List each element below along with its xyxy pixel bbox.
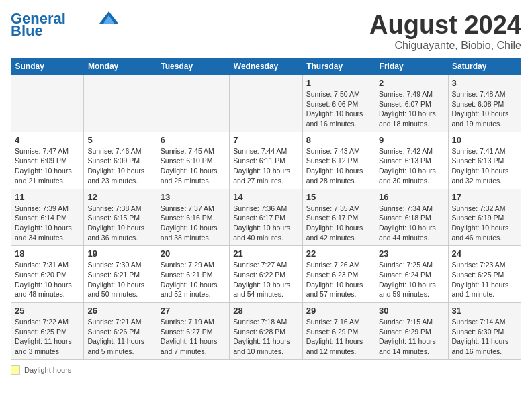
calendar-header-row: SundayMondayTuesdayWednesdayThursdayFrid… <box>11 58 521 75</box>
legend-box <box>11 365 20 375</box>
calendar-cell: 2Sunrise: 7:49 AM Sunset: 6:07 PM Daylig… <box>375 75 448 132</box>
calendar-cell: 14Sunrise: 7:36 AM Sunset: 6:17 PM Dayli… <box>230 189 302 246</box>
calendar-cell: 28Sunrise: 7:18 AM Sunset: 6:28 PM Dayli… <box>230 303 302 360</box>
day-number: 29 <box>306 306 371 316</box>
day-number: 3 <box>452 78 517 88</box>
day-number: 28 <box>233 306 298 316</box>
calendar-cell: 1Sunrise: 7:50 AM Sunset: 6:06 PM Daylig… <box>302 75 375 132</box>
day-info: Sunrise: 7:14 AM Sunset: 6:30 PM Dayligh… <box>452 317 517 357</box>
day-info: Sunrise: 7:34 AM Sunset: 6:18 PM Dayligh… <box>379 203 444 243</box>
calendar-col-saturday: Saturday <box>448 58 521 75</box>
day-number: 30 <box>379 306 444 316</box>
calendar-cell: 26Sunrise: 7:21 AM Sunset: 6:26 PM Dayli… <box>84 303 157 360</box>
calendar-col-monday: Monday <box>84 58 157 75</box>
day-number: 22 <box>306 248 371 259</box>
day-number: 16 <box>379 192 444 202</box>
day-number: 21 <box>233 248 298 259</box>
calendar-week-2: 4Sunrise: 7:47 AM Sunset: 6:09 PM Daylig… <box>11 132 521 189</box>
calendar-col-wednesday: Wednesday <box>230 58 302 75</box>
logo-icon <box>99 11 118 24</box>
calendar-cell: 20Sunrise: 7:29 AM Sunset: 6:21 PM Dayli… <box>157 246 229 303</box>
calendar-cell: 17Sunrise: 7:32 AM Sunset: 6:19 PM Dayli… <box>448 189 521 246</box>
day-info: Sunrise: 7:37 AM Sunset: 6:16 PM Dayligh… <box>161 203 226 243</box>
day-number: 1 <box>306 78 371 88</box>
calendar-cell: 9Sunrise: 7:42 AM Sunset: 6:13 PM Daylig… <box>375 132 448 189</box>
calendar-cell: 25Sunrise: 7:22 AM Sunset: 6:25 PM Dayli… <box>11 303 84 360</box>
calendar-cell: 23Sunrise: 7:25 AM Sunset: 6:24 PM Dayli… <box>375 246 448 303</box>
calendar-week-4: 18Sunrise: 7:31 AM Sunset: 6:20 PM Dayli… <box>11 246 521 303</box>
calendar-col-tuesday: Tuesday <box>157 58 229 75</box>
calendar-body: 1Sunrise: 7:50 AM Sunset: 6:06 PM Daylig… <box>11 75 521 360</box>
day-info: Sunrise: 7:35 AM Sunset: 6:17 PM Dayligh… <box>306 203 371 243</box>
day-info: Sunrise: 7:32 AM Sunset: 6:19 PM Dayligh… <box>452 203 517 243</box>
day-number: 15 <box>306 192 371 202</box>
day-info: Sunrise: 7:38 AM Sunset: 6:15 PM Dayligh… <box>87 203 152 243</box>
day-number: 10 <box>452 135 517 145</box>
day-info: Sunrise: 7:27 AM Sunset: 6:22 PM Dayligh… <box>233 260 298 300</box>
day-info: Sunrise: 7:46 AM Sunset: 6:09 PM Dayligh… <box>87 146 152 186</box>
day-info: Sunrise: 7:31 AM Sunset: 6:20 PM Dayligh… <box>15 260 80 300</box>
legend: Daylight hours <box>11 365 521 375</box>
calendar-cell: 12Sunrise: 7:38 AM Sunset: 6:15 PM Dayli… <box>84 189 157 246</box>
calendar-cell <box>230 75 302 132</box>
calendar-col-sunday: Sunday <box>11 58 84 75</box>
day-number: 24 <box>452 248 517 259</box>
calendar-cell: 21Sunrise: 7:27 AM Sunset: 6:22 PM Dayli… <box>230 246 302 303</box>
day-info: Sunrise: 7:30 AM Sunset: 6:21 PM Dayligh… <box>87 260 152 300</box>
day-number: 19 <box>87 248 152 259</box>
calendar-cell <box>11 75 84 132</box>
day-info: Sunrise: 7:15 AM Sunset: 6:29 PM Dayligh… <box>379 317 444 357</box>
day-number: 17 <box>452 192 517 202</box>
day-info: Sunrise: 7:19 AM Sunset: 6:27 PM Dayligh… <box>161 317 226 357</box>
day-number: 6 <box>161 135 226 145</box>
calendar-table: SundayMondayTuesdayWednesdayThursdayFrid… <box>11 58 521 360</box>
day-info: Sunrise: 7:18 AM Sunset: 6:28 PM Dayligh… <box>233 317 298 357</box>
calendar-cell: 16Sunrise: 7:34 AM Sunset: 6:18 PM Dayli… <box>375 189 448 246</box>
day-number: 9 <box>379 135 444 145</box>
calendar-cell: 24Sunrise: 7:23 AM Sunset: 6:25 PM Dayli… <box>448 246 521 303</box>
day-number: 7 <box>233 135 298 145</box>
calendar-col-thursday: Thursday <box>302 58 375 75</box>
page-title: August 2024 <box>369 11 521 40</box>
day-info: Sunrise: 7:29 AM Sunset: 6:21 PM Dayligh… <box>161 260 226 300</box>
logo-subtext: Blue <box>11 23 43 39</box>
calendar-cell: 15Sunrise: 7:35 AM Sunset: 6:17 PM Dayli… <box>302 189 375 246</box>
calendar-cell: 29Sunrise: 7:16 AM Sunset: 6:29 PM Dayli… <box>302 303 375 360</box>
page-header: General Blue August 2024 Chiguayante, Bi… <box>11 11 521 52</box>
day-info: Sunrise: 7:25 AM Sunset: 6:24 PM Dayligh… <box>379 260 444 300</box>
calendar-cell: 13Sunrise: 7:37 AM Sunset: 6:16 PM Dayli… <box>157 189 229 246</box>
day-number: 8 <box>306 135 371 145</box>
calendar-cell: 30Sunrise: 7:15 AM Sunset: 6:29 PM Dayli… <box>375 303 448 360</box>
day-info: Sunrise: 7:26 AM Sunset: 6:23 PM Dayligh… <box>306 260 371 300</box>
day-number: 23 <box>379 248 444 259</box>
day-info: Sunrise: 7:39 AM Sunset: 6:14 PM Dayligh… <box>15 203 80 243</box>
calendar-week-3: 11Sunrise: 7:39 AM Sunset: 6:14 PM Dayli… <box>11 189 521 246</box>
day-number: 20 <box>161 248 226 259</box>
calendar-cell: 8Sunrise: 7:43 AM Sunset: 6:12 PM Daylig… <box>302 132 375 189</box>
calendar-cell: 4Sunrise: 7:47 AM Sunset: 6:09 PM Daylig… <box>11 132 84 189</box>
calendar-cell: 6Sunrise: 7:45 AM Sunset: 6:10 PM Daylig… <box>157 132 229 189</box>
day-number: 25 <box>15 306 80 316</box>
logo: General Blue <box>11 11 118 39</box>
day-number: 18 <box>15 248 80 259</box>
calendar-cell: 11Sunrise: 7:39 AM Sunset: 6:14 PM Dayli… <box>11 189 84 246</box>
title-block: August 2024 Chiguayante, Biobio, Chile <box>369 11 521 52</box>
calendar-week-1: 1Sunrise: 7:50 AM Sunset: 6:06 PM Daylig… <box>11 75 521 132</box>
calendar-week-5: 25Sunrise: 7:22 AM Sunset: 6:25 PM Dayli… <box>11 303 521 360</box>
day-number: 11 <box>15 192 80 202</box>
day-number: 14 <box>233 192 298 202</box>
calendar-cell: 7Sunrise: 7:44 AM Sunset: 6:11 PM Daylig… <box>230 132 302 189</box>
day-info: Sunrise: 7:49 AM Sunset: 6:07 PM Dayligh… <box>379 89 444 129</box>
calendar-cell <box>157 75 229 132</box>
day-info: Sunrise: 7:23 AM Sunset: 6:25 PM Dayligh… <box>452 260 517 300</box>
day-number: 13 <box>161 192 226 202</box>
calendar-cell <box>84 75 157 132</box>
day-info: Sunrise: 7:43 AM Sunset: 6:12 PM Dayligh… <box>306 146 371 186</box>
day-info: Sunrise: 7:21 AM Sunset: 6:26 PM Dayligh… <box>87 317 152 357</box>
day-info: Sunrise: 7:45 AM Sunset: 6:10 PM Dayligh… <box>161 146 226 186</box>
day-info: Sunrise: 7:36 AM Sunset: 6:17 PM Dayligh… <box>233 203 298 243</box>
day-number: 27 <box>161 306 226 316</box>
day-info: Sunrise: 7:44 AM Sunset: 6:11 PM Dayligh… <box>233 146 298 186</box>
day-info: Sunrise: 7:16 AM Sunset: 6:29 PM Dayligh… <box>306 317 371 357</box>
calendar-cell: 19Sunrise: 7:30 AM Sunset: 6:21 PM Dayli… <box>84 246 157 303</box>
